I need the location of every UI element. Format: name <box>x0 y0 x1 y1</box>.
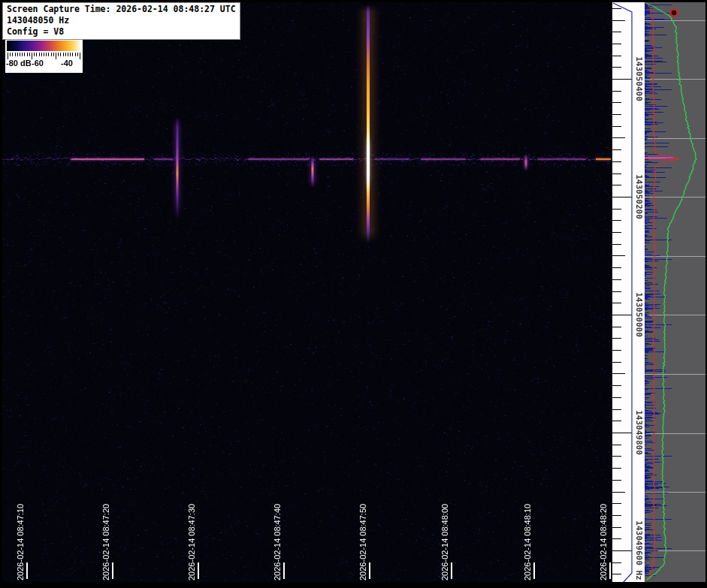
capture-time-text: Screen Capture Time: 2026-02-14 08:48:27… <box>7 4 236 15</box>
frequency-axis-label: 143050400 <box>634 56 644 101</box>
frequency-axis-label: 143049600 Hz <box>634 520 644 580</box>
tuned-frequency-text: 143048050 Hz <box>7 15 236 26</box>
capture-info-box: Screen Capture Time: 2026-02-14 08:48:27… <box>2 2 240 40</box>
time-axis-label: 2026-02-14 08:47:30 <box>187 504 197 580</box>
colorbar-label-max: -40 <box>61 59 73 68</box>
time-axis-tick <box>283 562 285 579</box>
colorbar-label-mid: -60 <box>32 59 44 68</box>
time-axis-tick <box>198 562 199 579</box>
frequency-axis-label: 143049800 <box>634 410 644 455</box>
time-axis-label: 2026-02-14 08:48:10 <box>523 504 533 580</box>
time-axis-label: 2026-02-14 08:48:00 <box>440 504 450 580</box>
time-axis-label: 2026-02-14 08:47:50 <box>358 504 368 580</box>
config-text: Config = V8 <box>7 26 236 38</box>
time-axis-label: 2026-02-14 08:48:20 <box>599 504 609 580</box>
time-axis-tick <box>26 562 28 579</box>
frequency-axis-label: 143050000 <box>634 292 644 337</box>
time-axis-tick <box>609 562 611 579</box>
colorbar-label-min: -80 dB <box>6 59 32 68</box>
frequency-axis-label: 143050200 <box>634 174 644 219</box>
time-axis-tick <box>369 562 370 579</box>
time-axis-tick <box>533 562 535 579</box>
time-axis-label: 2026-02-14 08:47:40 <box>273 504 282 580</box>
screen-capture-root: Screen Capture Time: 2026-02-14 08:48:27… <box>0 0 707 588</box>
time-axis-tick <box>112 562 113 579</box>
spectrogram-canvas <box>0 0 707 588</box>
time-axis-tick <box>451 562 452 579</box>
time-axis-label: 2026-02-14 08:47:10 <box>16 504 26 580</box>
time-axis-label: 2026-02-14 08:47:20 <box>101 504 111 580</box>
